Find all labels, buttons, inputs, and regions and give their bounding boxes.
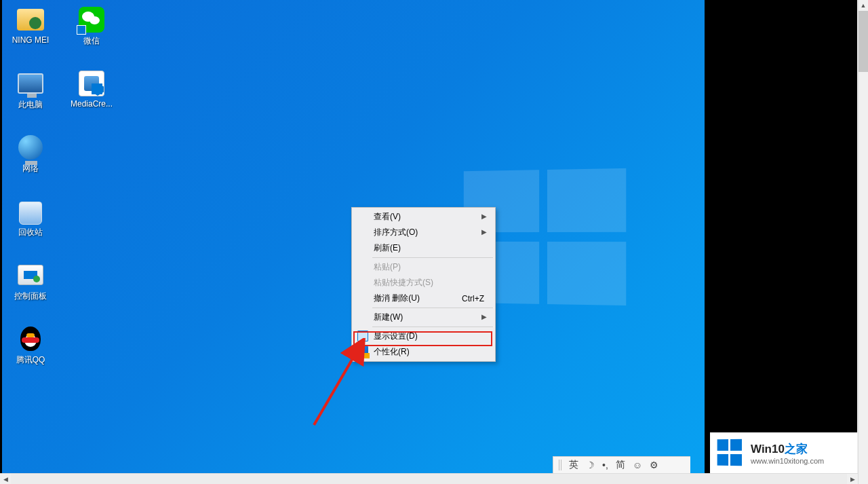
- menu-label: 个性化(R): [374, 346, 410, 358]
- scroll-track[interactable]: [11, 474, 847, 484]
- network-icon: [18, 135, 43, 160]
- menu-item-paste: 粘贴(P): [353, 259, 494, 275]
- menu-item-sort[interactable]: 排序方式(O) ▶: [353, 225, 494, 240]
- vertical-scrollbar[interactable]: ▲: [858, 0, 868, 484]
- icon-label: 回收站: [18, 227, 43, 238]
- menu-label: 显示设置(D): [374, 331, 418, 342]
- icon-label: 腾讯QQ: [16, 354, 45, 366]
- menu-label: 排序方式(O): [374, 227, 418, 238]
- recycle-bin-icon: [19, 198, 42, 225]
- menu-item-personalize[interactable]: 个性化(R): [353, 344, 494, 360]
- ime-grip-icon[interactable]: [559, 460, 561, 470]
- left-letterbox: [0, 0, 2, 473]
- scroll-left-button[interactable]: ◀: [0, 474, 11, 484]
- menu-label: 撤消 删除(U): [374, 293, 420, 304]
- menu-item-view[interactable]: 查看(V) ▶: [353, 209, 494, 225]
- ime-punct-icon[interactable]: •,: [602, 460, 608, 470]
- menu-shortcut: Ctrl+Z: [462, 294, 484, 303]
- menu-label: 刷新(E): [374, 242, 401, 254]
- desktop-icon-network[interactable]: 网络: [5, 132, 56, 196]
- ime-settings-icon[interactable]: ⚙: [650, 460, 658, 470]
- ime-emoji-icon[interactable]: ☺: [633, 460, 642, 470]
- desktop-background[interactable]: NING MEI 微信 此电脑 MediaCre...: [0, 0, 857, 473]
- right-letterbox: [705, 0, 857, 473]
- menu-label: 新建(W): [374, 312, 403, 323]
- submenu-arrow-icon: ▶: [481, 228, 487, 236]
- icon-label: 微信: [83, 35, 100, 47]
- menu-separator: [372, 327, 493, 327]
- folder-icon: [17, 9, 44, 31]
- menu-item-undo-delete[interactable]: 撤消 删除(U) Ctrl+Z: [353, 291, 494, 306]
- display-icon: [357, 331, 368, 341]
- icon-label: NING MEI: [12, 35, 50, 45]
- desktop-icon-media-creation-tool[interactable]: MediaCre...: [66, 68, 117, 132]
- watermark-url: www.win10xitong.com: [751, 457, 824, 465]
- wechat-icon: [79, 7, 104, 33]
- menu-separator: [372, 308, 493, 308]
- menu-separator: [372, 257, 493, 258]
- icon-label: 控制面板: [14, 291, 47, 302]
- horizontal-scrollbar[interactable]: ◀ ▶: [0, 473, 858, 484]
- desktop-icon-control-panel[interactable]: 控制面板: [5, 259, 56, 323]
- desktop-context-menu: 查看(V) ▶ 排序方式(O) ▶ 刷新(E) 粘贴(P) 粘贴快捷方式(S) …: [351, 207, 496, 362]
- menu-label: 粘贴快捷方式(S): [374, 277, 433, 288]
- control-panel-icon: [18, 265, 43, 285]
- scroll-up-button[interactable]: ▲: [859, 0, 868, 11]
- menu-label: 粘贴(P): [374, 261, 401, 273]
- desktop-icon-qq[interactable]: 腾讯QQ: [5, 323, 56, 387]
- desktop-icon-wechat[interactable]: 微信: [66, 4, 117, 68]
- ime-language-bar[interactable]: 英 ☽ •, 简 ☺ ⚙: [553, 456, 690, 473]
- ime-moon-icon[interactable]: ☽: [586, 460, 595, 470]
- desktop-icon-user-folder[interactable]: NING MEI: [5, 4, 56, 68]
- desktop-icon-recycle-bin[interactable]: 回收站: [5, 196, 56, 259]
- personalize-icon: [357, 346, 368, 357]
- scroll-thumb[interactable]: [859, 11, 868, 72]
- menu-item-refresh[interactable]: 刷新(E): [353, 240, 494, 256]
- submenu-arrow-icon: ▶: [481, 313, 487, 320]
- watermark-title: Win10之家: [751, 441, 824, 457]
- icon-label: 此电脑: [18, 99, 43, 111]
- desktop-icon-this-pc[interactable]: 此电脑: [5, 68, 56, 132]
- menu-item-paste-shortcut: 粘贴快捷方式(S): [353, 275, 494, 291]
- computer-icon: [18, 73, 43, 94]
- menu-label: 查看(V): [374, 211, 401, 223]
- menu-item-new[interactable]: 新建(W) ▶: [353, 310, 494, 325]
- watermark-badge: Win10之家 www.win10xitong.com: [710, 432, 857, 473]
- ime-lang-button[interactable]: 英: [569, 459, 578, 471]
- ime-charset-button[interactable]: 简: [616, 459, 625, 471]
- media-tool-icon: [79, 71, 104, 96]
- qq-icon: [18, 325, 43, 352]
- menu-item-display-settings[interactable]: 显示设置(D): [353, 329, 494, 344]
- windows-logo-icon: [717, 439, 744, 467]
- icon-label: MediaCre...: [71, 99, 113, 109]
- scroll-right-button[interactable]: ▶: [847, 474, 858, 484]
- submenu-arrow-icon: ▶: [481, 212, 487, 220]
